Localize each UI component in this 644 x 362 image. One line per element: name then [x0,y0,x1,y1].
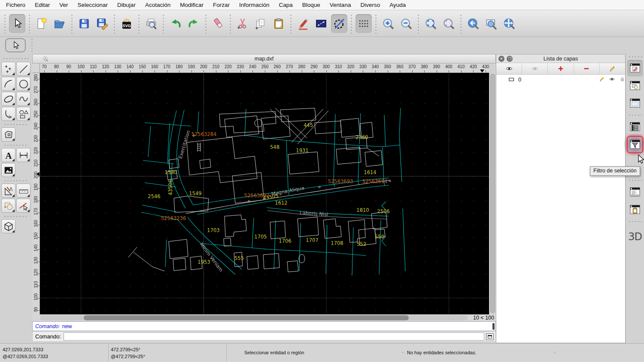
minus-icon [583,65,590,72]
dim-style-button[interactable] [313,14,329,33]
menu-fichero[interactable]: Fichero [6,2,25,8]
redo-button[interactable] [185,14,202,33]
menu-ventana[interactable]: Ventana [330,2,351,8]
dock-filter-button[interactable] [627,136,643,153]
dock-blocks-button[interactable] [627,78,643,94]
layer-select-checkbox[interactable] [508,76,515,83]
command-options-button[interactable] [486,333,494,340]
zoom-previous-button[interactable] [465,14,481,33]
save-button[interactable] [76,14,92,33]
status-bar: 427.0269,201.7333@427.0269,201.7333 472.… [0,343,644,362]
save-as-button[interactable] [94,14,110,33]
text-tool-button[interactable]: A [1,148,15,162]
layer-minus-button[interactable] [574,63,600,74]
blocks-tool-button[interactable] [1,199,15,213]
line-tool-button[interactable] [16,62,30,76]
paste-button[interactable] [270,14,287,33]
main-toolbar: SVG [0,10,644,37]
menu-dibujar[interactable]: Dibujar [117,2,136,8]
menu-forzar[interactable]: Forzar [213,2,230,8]
menu-editar[interactable]: Editar [35,2,50,8]
panel-close-button[interactable]: ✕ [498,56,504,62]
ellipse2-tool-button[interactable] [1,92,15,106]
menu-ver[interactable]: Ver [59,2,68,8]
undo-button[interactable] [167,14,184,33]
ruler-label: 220 [225,64,232,69]
drawing-window-titlebar[interactable]: map.dxf [32,54,496,63]
select-tool-tool-button[interactable] [16,199,30,213]
dock-clipboard-button[interactable] [627,202,643,218]
zoom-pan-button[interactable] [501,14,517,33]
zoom-select-button[interactable] [440,14,457,33]
polyline-tool-button[interactable] [1,107,15,121]
ruler-label: 280 [298,64,305,69]
circle-line-button[interactable] [331,14,347,33]
layer-edit-button[interactable] [598,76,605,82]
layer-row[interactable]: 0 [496,75,625,84]
menu-seleccionar[interactable]: Seleccionar [78,2,108,8]
dock-library-button[interactable] [627,95,643,112]
zoom-auto-button[interactable] [422,14,439,33]
cut-button[interactable] [234,14,251,33]
dock-command-button[interactable] [627,184,643,200]
pointer-tool-button[interactable] [5,38,26,52]
open-file-button[interactable] [52,14,68,33]
arc-tool-button[interactable] [1,77,15,91]
menu-ayuda[interactable]: Ayuda [389,2,406,8]
pen-edit-button[interactable] [295,14,311,33]
hatch-tool-button[interactable] [1,127,15,142]
layer-plus-button[interactable] [548,63,574,74]
grid-toggle-button[interactable] [355,14,372,33]
modify-tool-button[interactable] [1,184,15,198]
menu-diverso[interactable]: Diverso [360,2,380,8]
box3d-tool-button[interactable] [1,219,15,233]
new-file-button[interactable] [33,14,50,33]
vertical-scrollbar-thumb[interactable] [490,74,495,313]
flyout-corner [27,194,30,197]
image-tool-button[interactable] [1,163,15,177]
dock-3d-label[interactable]: 3D [626,231,644,243]
dock-layers-button[interactable] [627,60,643,76]
eraser-button[interactable] [210,14,226,33]
command-input[interactable] [64,332,484,341]
panel-title: Lista de capas [544,56,578,62]
pointer-button[interactable] [9,14,25,33]
palette-row [0,184,32,198]
horizontal-scrollbar-thumb[interactable] [84,315,409,320]
menu-informacion[interactable]: Información [239,2,270,8]
ruler-label: 170 [163,64,170,69]
dimension-tool-button[interactable] [16,148,30,162]
copy-button[interactable] [252,14,269,33]
layer-lock-button[interactable] [619,76,626,82]
circle2-tool-button[interactable] [16,77,30,91]
map-label: 52563694 [362,178,388,184]
shapes-tool-button[interactable] [16,107,30,121]
menu-bloque[interactable]: Bloque [302,2,320,8]
measure-tool-button[interactable] [16,184,30,198]
toolbar-separator [70,14,74,33]
points-tool-button[interactable] [1,62,15,76]
command-history-label: Comando: [35,323,60,329]
layer-eye-off-button[interactable] [522,63,548,74]
flyout-corner [27,87,30,90]
zoom-out-button[interactable] [398,14,414,33]
menu-capa[interactable]: Capa [279,2,293,8]
document-icon [42,56,49,63]
layer-eye-button[interactable] [496,63,522,74]
layer-pencil-button[interactable] [600,63,625,74]
drawing-canvas[interactable]: 4452360548193116141580254615494350643505… [40,73,489,314]
svg-export-button[interactable]: SVG [118,14,135,33]
horizontal-scrollbar[interactable]: 10 < 100 [32,314,496,321]
vertical-scrollbar[interactable] [489,73,496,314]
toolbar-separator [27,14,31,33]
zoom-window-button[interactable] [483,14,499,33]
history-scrollbar-thumb[interactable] [492,323,495,330]
menu-acotacion[interactable]: Acotación [145,2,170,8]
zoom-in-button[interactable] [380,14,396,33]
layer-visibility-button[interactable] [609,76,615,82]
menu-modificar[interactable]: Modificar [180,2,204,8]
panel-float-button[interactable]: ❐ [507,56,513,62]
ruler-label: 140 [127,64,134,69]
print-preview-button[interactable] [143,14,159,33]
spline-tool-button[interactable] [16,92,30,106]
